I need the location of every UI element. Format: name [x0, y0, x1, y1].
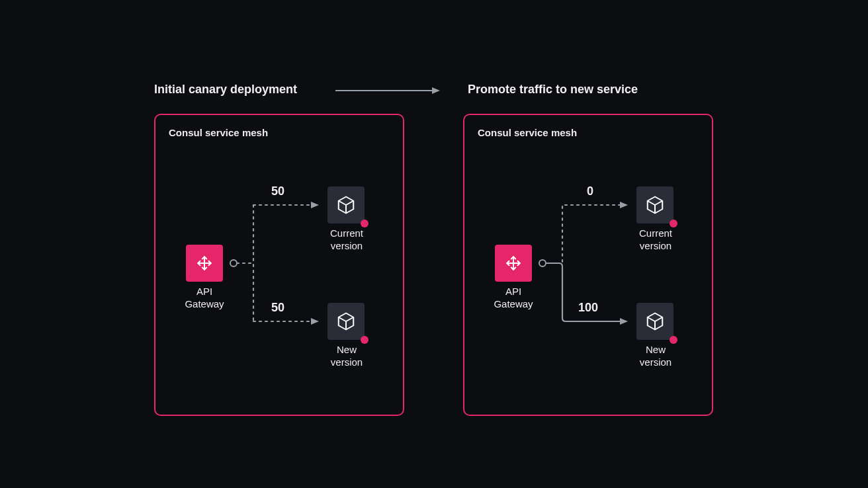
current-version-label: Current version	[632, 227, 679, 253]
new-version-icon	[636, 303, 673, 340]
new-version-icon	[327, 303, 365, 340]
arrow-icon	[334, 85, 440, 96]
left-title: Initial canary deployment	[154, 83, 297, 97]
cube-icon	[336, 311, 356, 331]
diagram-stage: Initial canary deployment Promote traffi…	[0, 0, 868, 488]
api-gateway-icon	[186, 245, 223, 282]
bottom-weight: 50	[271, 301, 284, 315]
cube-icon	[645, 195, 665, 215]
gateway-label: API Gateway	[492, 286, 535, 311]
svg-marker-6	[311, 202, 319, 208]
current-version-label: Current version	[324, 227, 370, 253]
current-version-icon	[327, 186, 365, 224]
cube-icon	[336, 195, 356, 215]
cube-icon	[645, 311, 665, 331]
status-dot	[361, 336, 369, 344]
move-icon	[505, 255, 522, 272]
svg-marker-1	[432, 87, 440, 94]
svg-marker-15	[620, 318, 628, 325]
svg-marker-14	[620, 202, 628, 208]
top-weight: 50	[271, 184, 284, 198]
panel-initial: Consul service mesh	[154, 114, 404, 416]
bottom-weight: 100	[578, 301, 598, 315]
panel-promoted: Consul service mesh	[463, 114, 713, 416]
status-dot	[670, 220, 677, 227]
status-dot	[670, 336, 677, 344]
svg-marker-8	[311, 318, 319, 325]
top-weight: 0	[587, 184, 593, 198]
status-dot	[361, 220, 369, 227]
right-title: Promote traffic to new service	[468, 83, 638, 97]
move-icon	[196, 255, 213, 272]
current-version-icon	[636, 186, 673, 224]
svg-point-13	[539, 260, 546, 266]
new-version-label: New version	[324, 344, 370, 369]
svg-point-2	[230, 260, 237, 266]
new-version-label: New version	[632, 344, 679, 369]
gateway-label: API Gateway	[183, 286, 226, 311]
api-gateway-icon	[495, 245, 532, 282]
